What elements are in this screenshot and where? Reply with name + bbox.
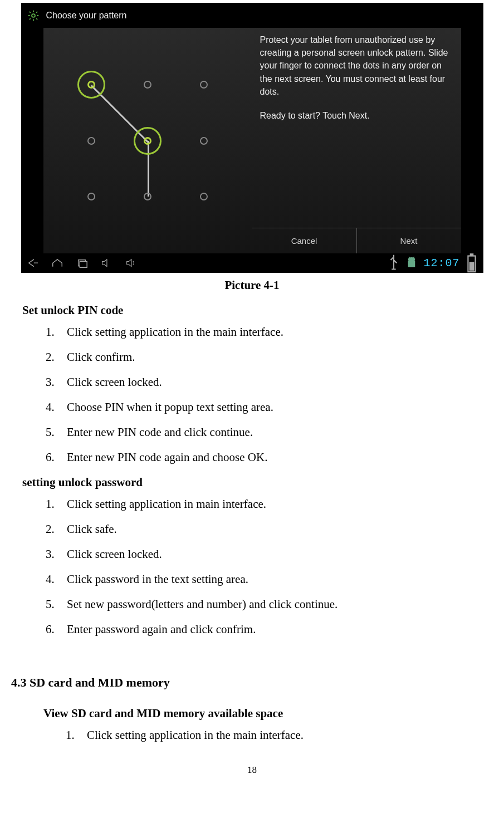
svg-rect-6 bbox=[469, 253, 473, 256]
step-text: Click setting application in the main in… bbox=[67, 325, 283, 339]
cancel-button[interactable]: Cancel bbox=[252, 228, 356, 253]
step-text: Set new password(letters and number) and… bbox=[67, 597, 337, 611]
pattern-instructions: Protect your tablet from unauthorized us… bbox=[260, 33, 453, 122]
list-item: 3.Click screen locked. bbox=[46, 547, 493, 561]
pattern-dot-grid bbox=[70, 63, 226, 219]
gear-icon bbox=[27, 8, 41, 22]
pattern-dot[interactable] bbox=[144, 193, 151, 200]
figure-caption: Picture 4-1 bbox=[11, 278, 493, 292]
list-item: 6.Enter new PIN code again and choose OK… bbox=[46, 450, 493, 464]
step-text: Click screen locked. bbox=[67, 375, 162, 389]
step-text: Choose PIN when it popup text setting ar… bbox=[67, 400, 273, 414]
pattern-dot[interactable] bbox=[144, 81, 151, 89]
recent-icon[interactable] bbox=[76, 258, 88, 268]
view-sd-heading: View SD card and MID memory available sp… bbox=[43, 707, 493, 721]
svg-point-0 bbox=[32, 14, 35, 17]
page-number: 18 bbox=[11, 765, 493, 776]
next-button[interactable]: Next bbox=[356, 228, 461, 253]
info-area: Protect your tablet from unauthorized us… bbox=[252, 28, 461, 253]
list-item: 1.Click setting application in the main … bbox=[46, 325, 493, 339]
pattern-dot[interactable] bbox=[200, 81, 208, 89]
step-text: Click setting application in the main in… bbox=[87, 728, 304, 742]
volume-down-icon[interactable] bbox=[100, 258, 112, 268]
navbar-clock: 12:07 bbox=[423, 257, 459, 270]
instructions-text: Protect your tablet from unauthorized us… bbox=[260, 35, 448, 96]
home-icon[interactable] bbox=[51, 258, 63, 268]
password-steps: 1.Click setting application in main inte… bbox=[46, 497, 493, 636]
pattern-dot[interactable] bbox=[144, 137, 151, 145]
step-text: Click screen locked. bbox=[67, 547, 162, 561]
usb-icon bbox=[388, 258, 400, 268]
ready-text: Ready to start? Touch Next. bbox=[260, 109, 453, 122]
pattern-dot[interactable] bbox=[87, 193, 95, 200]
step-text: Click safe. bbox=[67, 522, 117, 536]
pattern-dot[interactable] bbox=[200, 193, 208, 200]
section-4-3-heading: 4.3 SD card and MID memory bbox=[11, 675, 493, 690]
back-icon[interactable] bbox=[27, 258, 39, 268]
screenshot-title: Choose your pattern bbox=[46, 11, 127, 21]
android-navbar: 12:07 bbox=[21, 253, 483, 273]
button-row: Cancel Next bbox=[252, 228, 461, 253]
step-text: Enter new PIN code again and choose OK. bbox=[67, 450, 267, 464]
pattern-dot[interactable] bbox=[87, 81, 95, 89]
step-text: Click password in the text setting area. bbox=[67, 572, 248, 586]
list-item: 1.Click setting application in main inte… bbox=[46, 497, 493, 511]
list-item: 5.Set new password(letters and number) a… bbox=[46, 597, 493, 611]
battery-icon bbox=[466, 258, 478, 268]
password-heading: setting unlock password bbox=[22, 476, 493, 489]
list-item: 4.Click password in the text setting are… bbox=[46, 572, 493, 586]
pin-heading: Set unlock PIN code bbox=[22, 303, 493, 317]
screenshot-body: Protect your tablet from unauthorized us… bbox=[43, 28, 461, 253]
list-item: 4.Choose PIN when it popup text setting … bbox=[46, 400, 493, 414]
screenshot-header: Choose your pattern bbox=[21, 3, 483, 28]
step-text: Enter password again and click confrim. bbox=[67, 623, 256, 636]
list-item: 1.Click setting application in the main … bbox=[66, 728, 493, 742]
volume-up-icon[interactable] bbox=[125, 258, 137, 268]
pattern-area[interactable] bbox=[43, 28, 252, 253]
list-item: 2.Click confirm. bbox=[46, 350, 493, 364]
android-screenshot: Choose your pattern Protect your bbox=[21, 3, 483, 273]
svg-point-4 bbox=[408, 257, 415, 262]
step-text: Click setting application in main interf… bbox=[67, 497, 266, 511]
svg-rect-7 bbox=[469, 262, 474, 270]
pin-steps: 1.Click setting application in the main … bbox=[46, 325, 493, 464]
pattern-dot[interactable] bbox=[200, 137, 208, 145]
android-icon bbox=[405, 258, 418, 268]
step-text: Enter new PIN code and click continue. bbox=[67, 425, 253, 439]
step-text: Click confirm. bbox=[67, 350, 135, 364]
navbar-right: 12:07 bbox=[388, 257, 477, 270]
pattern-dot[interactable] bbox=[87, 137, 95, 145]
list-item: 6.Enter password again and click confrim… bbox=[46, 623, 493, 636]
svg-rect-2 bbox=[80, 262, 87, 268]
view-sd-steps: 1.Click setting application in the main … bbox=[66, 728, 493, 742]
navbar-left bbox=[27, 258, 137, 268]
list-item: 5.Enter new PIN code and click continue. bbox=[46, 425, 493, 439]
list-item: 3.Click screen locked. bbox=[46, 375, 493, 389]
list-item: 2.Click safe. bbox=[46, 522, 493, 536]
